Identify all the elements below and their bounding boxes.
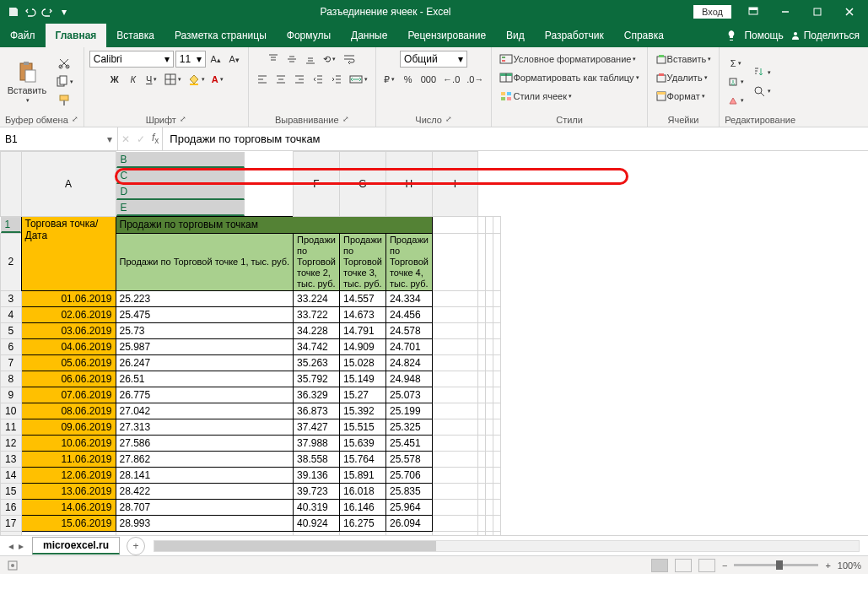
cell[interactable] bbox=[485, 484, 493, 500]
cell[interactable] bbox=[432, 436, 477, 452]
decrease-font-icon[interactable]: A▾ bbox=[226, 51, 243, 68]
column-header[interactable]: A bbox=[21, 152, 116, 217]
cell[interactable]: 26.775 bbox=[116, 387, 294, 403]
cell[interactable]: 25.475 bbox=[116, 307, 294, 323]
row-header[interactable]: 10 bbox=[1, 403, 22, 419]
cell[interactable] bbox=[493, 291, 500, 307]
cell[interactable] bbox=[477, 436, 485, 452]
cell[interactable]: 24.701 bbox=[385, 339, 432, 355]
row-header[interactable]: 2 bbox=[1, 233, 22, 291]
cell[interactable] bbox=[485, 452, 493, 468]
cell[interactable]: 37.427 bbox=[294, 419, 340, 436]
row-header[interactable]: 8 bbox=[1, 371, 22, 387]
cell[interactable] bbox=[432, 500, 477, 516]
view-page-layout-icon[interactable] bbox=[675, 559, 692, 572]
cell[interactable]: 24.948 bbox=[385, 371, 432, 387]
cut-icon[interactable] bbox=[52, 55, 76, 72]
align-bottom-icon[interactable] bbox=[302, 51, 319, 68]
cell[interactable] bbox=[21, 532, 116, 535]
cell[interactable]: 12.06.2019 bbox=[21, 468, 116, 484]
cell[interactable] bbox=[485, 307, 493, 323]
merged-title-cell[interactable]: Продажи по торговым точкам bbox=[116, 216, 432, 233]
tab-вставка[interactable]: Вставка bbox=[106, 24, 164, 47]
cell[interactable]: 09.06.2019 bbox=[21, 419, 116, 436]
cell[interactable] bbox=[432, 532, 477, 535]
cell[interactable]: 14.791 bbox=[340, 323, 386, 339]
cell[interactable]: 02.06.2019 bbox=[21, 307, 116, 323]
cell[interactable] bbox=[493, 484, 500, 500]
formula-input[interactable]: Продажи по торговым точкам bbox=[163, 127, 868, 150]
column-header[interactable]: G bbox=[340, 152, 386, 217]
cell[interactable] bbox=[477, 419, 485, 436]
name-box[interactable]: ▾ bbox=[0, 127, 118, 150]
format-as-table-button[interactable]: Форматировать как таблицу▾ bbox=[497, 69, 641, 86]
cell[interactable] bbox=[432, 403, 477, 419]
cell[interactable] bbox=[477, 233, 485, 291]
cell[interactable] bbox=[485, 233, 493, 291]
align-left-icon[interactable] bbox=[254, 71, 271, 88]
cell[interactable]: 26.51 bbox=[116, 371, 294, 387]
cell[interactable]: 08.06.2019 bbox=[21, 403, 116, 419]
delete-cells-button[interactable]: Удалить ▾ bbox=[653, 69, 710, 86]
cell[interactable] bbox=[477, 216, 485, 233]
cell[interactable]: 27.313 bbox=[116, 419, 294, 436]
cell[interactable]: 39.723 bbox=[294, 484, 340, 500]
cell[interactable]: 26.094 bbox=[385, 516, 432, 532]
cell[interactable] bbox=[493, 500, 500, 516]
cell[interactable] bbox=[493, 419, 500, 436]
cell[interactable]: 15.515 bbox=[340, 419, 386, 436]
cell[interactable]: 35.792 bbox=[294, 371, 340, 387]
row-header[interactable]: 16 bbox=[1, 500, 22, 516]
qat-dropdown-icon[interactable]: ▾ bbox=[57, 5, 71, 19]
underline-button[interactable]: Ч▾ bbox=[143, 71, 160, 88]
cell[interactable]: 35.263 bbox=[294, 355, 340, 371]
cell[interactable] bbox=[485, 419, 493, 436]
copy-icon[interactable]: ▾ bbox=[52, 73, 76, 90]
row-header[interactable]: 9 bbox=[1, 387, 22, 403]
tab-главная[interactable]: Главная bbox=[46, 24, 107, 47]
select-all-cell[interactable] bbox=[1, 152, 22, 217]
zoom-slider[interactable] bbox=[734, 564, 818, 566]
formula-enter-icon[interactable]: ✓ bbox=[137, 133, 145, 145]
cell[interactable] bbox=[477, 468, 485, 484]
cell[interactable] bbox=[485, 323, 493, 339]
column-header[interactable]: E bbox=[116, 200, 245, 216]
cell[interactable] bbox=[485, 339, 493, 355]
cell[interactable]: 15.27 bbox=[340, 387, 386, 403]
cell[interactable]: 28.422 bbox=[116, 484, 294, 500]
tab-разработчик[interactable]: Разработчик bbox=[535, 24, 614, 47]
column-header[interactable]: F bbox=[294, 152, 340, 217]
cell[interactable]: 36.873 bbox=[294, 403, 340, 419]
cell[interactable] bbox=[432, 452, 477, 468]
row-header[interactable]: 1 bbox=[1, 217, 21, 233]
cell[interactable]: 16.275 bbox=[340, 516, 386, 532]
fill-color-icon[interactable]: ▾ bbox=[186, 71, 208, 88]
macro-record-icon[interactable] bbox=[7, 560, 19, 571]
cell[interactable] bbox=[477, 500, 485, 516]
view-normal-icon[interactable] bbox=[651, 559, 668, 572]
cell[interactable]: 24.456 bbox=[385, 307, 432, 323]
column-header[interactable]: B bbox=[116, 152, 245, 168]
row-header[interactable]: 7 bbox=[1, 355, 22, 371]
cell[interactable] bbox=[485, 371, 493, 387]
tab-вид[interactable]: Вид bbox=[496, 24, 535, 47]
tab-данные[interactable]: Данные bbox=[341, 24, 397, 47]
decrease-decimal-icon[interactable]: .0→ bbox=[464, 71, 486, 88]
cell[interactable] bbox=[493, 323, 500, 339]
row-header[interactable]: 14 bbox=[1, 468, 22, 484]
increase-font-icon[interactable]: A▴ bbox=[208, 51, 224, 68]
align-top-icon[interactable] bbox=[265, 51, 282, 68]
autosum-icon[interactable]: Σ▾ bbox=[725, 55, 747, 72]
cell[interactable]: 25.578 bbox=[385, 452, 432, 468]
cell[interactable]: 27.862 bbox=[116, 452, 294, 468]
tab-формулы[interactable]: Формулы bbox=[277, 24, 341, 47]
cell[interactable]: 01.06.2019 bbox=[21, 291, 116, 307]
fill-icon[interactable]: ▾ bbox=[725, 73, 747, 90]
cell[interactable]: 40.319 bbox=[294, 500, 340, 516]
cell[interactable]: 25.73 bbox=[116, 323, 294, 339]
cell[interactable] bbox=[432, 419, 477, 436]
cell[interactable]: 37.988 bbox=[294, 436, 340, 452]
zoom-in-icon[interactable]: + bbox=[825, 560, 830, 571]
cell[interactable] bbox=[477, 291, 485, 307]
cell[interactable]: 34.742 bbox=[294, 339, 340, 355]
